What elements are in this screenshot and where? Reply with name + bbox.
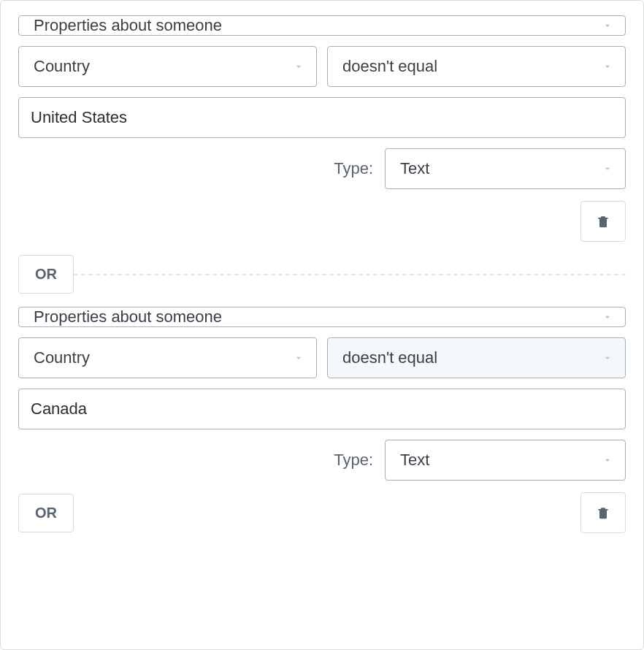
type-select-value: Text	[400, 159, 429, 178]
chevron-down-icon	[293, 352, 304, 364]
operator-select[interactable]: doesn't equal	[327, 46, 626, 87]
category-select[interactable]: Properties about someone	[18, 15, 626, 36]
operator-select-value: doesn't equal	[342, 57, 437, 76]
separator-line	[74, 274, 626, 275]
property-operator-row: Country doesn't equal	[18, 46, 626, 87]
property-select[interactable]: Country	[18, 337, 317, 378]
chevron-down-icon	[602, 311, 613, 323]
chevron-down-icon	[602, 454, 613, 466]
chevron-down-icon	[602, 20, 613, 31]
delete-rule-button[interactable]	[580, 201, 626, 242]
chevron-down-icon	[602, 163, 613, 175]
operator-select[interactable]: doesn't equal	[327, 337, 626, 378]
property-operator-row: Country doesn't equal	[18, 337, 626, 378]
property-select-value: Country	[34, 348, 90, 367]
delete-rule-button[interactable]	[580, 492, 626, 533]
category-select-value: Properties about someone	[34, 16, 222, 35]
category-select[interactable]: Properties about someone	[18, 307, 626, 327]
chevron-down-icon	[602, 61, 613, 72]
value-input[interactable]	[18, 97, 626, 138]
type-row: Type: Text	[18, 148, 626, 189]
chevron-down-icon	[602, 352, 613, 364]
type-row: Type: Text	[18, 440, 626, 481]
trash-icon	[596, 213, 610, 229]
type-select[interactable]: Text	[385, 148, 626, 189]
category-select-value: Properties about someone	[34, 307, 222, 326]
actions-row	[18, 201, 626, 242]
filter-rules-container: Properties about someone Country doesn't…	[0, 0, 644, 650]
type-label: Type:	[334, 451, 373, 470]
type-select-value: Text	[400, 451, 429, 470]
property-select-value: Country	[34, 57, 90, 76]
add-or-button[interactable]: OR	[18, 494, 74, 532]
rule-block: Properties about someone Country doesn't…	[18, 15, 626, 242]
property-select[interactable]: Country	[18, 46, 317, 87]
actions-row: OR	[18, 492, 626, 533]
operator-select-value: doesn't equal	[342, 348, 437, 367]
type-label: Type:	[334, 159, 373, 178]
or-badge: OR	[18, 255, 74, 294]
chevron-down-icon	[293, 61, 304, 72]
type-select[interactable]: Text	[385, 440, 626, 481]
trash-icon	[596, 505, 610, 521]
value-input[interactable]	[18, 389, 626, 429]
or-separator: OR	[18, 255, 626, 294]
rule-block: Properties about someone Country doesn't…	[18, 307, 626, 533]
